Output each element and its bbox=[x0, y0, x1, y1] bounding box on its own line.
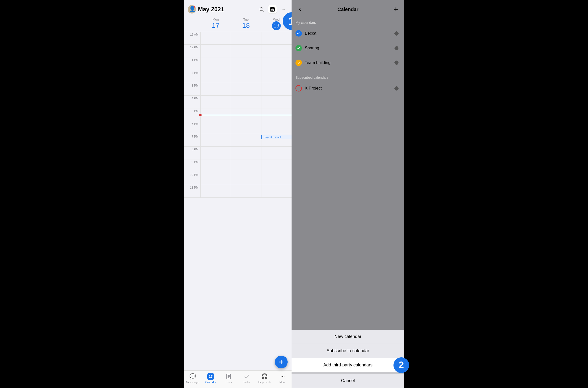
calendar-item-xproject[interactable]: X Project bbox=[292, 81, 404, 96]
add-icon bbox=[393, 6, 399, 13]
docs-icon bbox=[225, 373, 232, 380]
xproject-settings-button[interactable] bbox=[392, 84, 400, 92]
add-thirdparty-action[interactable]: Add third-party calendars 2 bbox=[292, 358, 404, 372]
subscribed-calendars-section: Subscribed calendars X Project bbox=[292, 72, 404, 97]
team-building-settings-button[interactable] bbox=[392, 59, 400, 67]
check-icon bbox=[297, 46, 301, 50]
tab-messenger[interactable]: 💬 Messenger bbox=[184, 373, 201, 384]
tab-helpdesk[interactable]: 🎧 Help Desk bbox=[256, 373, 273, 384]
my-calendars-header: My calendars bbox=[292, 19, 404, 26]
calendar-icon: 17 bbox=[207, 373, 214, 380]
notification-badge bbox=[194, 5, 196, 8]
new-calendar-action[interactable]: New calendar bbox=[292, 330, 404, 344]
calendar-item-team-building[interactable]: Team building bbox=[292, 55, 404, 70]
bottom-tab-bar: 💬 Messenger 17 Calendar Docs bbox=[184, 370, 292, 388]
time-row-6pm: 6 PM bbox=[184, 121, 292, 134]
calendar-view: May 2021 bbox=[184, 0, 292, 388]
day-col-mon: Mon 17 bbox=[200, 16, 231, 32]
day-headers: Mon 17 Tue 18 Wed 19 bbox=[184, 16, 292, 32]
gear-icon bbox=[394, 86, 399, 91]
back-button[interactable] bbox=[295, 5, 304, 14]
time-row-8pm: 8 PM bbox=[184, 147, 292, 159]
time-row-2pm: 2 PM bbox=[184, 70, 292, 83]
more-tab-icon: ··· bbox=[279, 373, 286, 380]
subscribed-calendars-header: Subscribed calendars bbox=[292, 74, 404, 81]
action-sheet-container: New calendar Subscribe to calendar Add t… bbox=[292, 330, 404, 388]
svg-point-0 bbox=[260, 8, 263, 11]
xproject-check bbox=[295, 85, 302, 92]
time-row-5pm: 5 PM bbox=[184, 108, 292, 121]
more-icon: ··· bbox=[282, 7, 285, 12]
day-col-tue: Tue 18 bbox=[231, 16, 261, 32]
subscribe-calendar-action[interactable]: Subscribe to calendar bbox=[292, 344, 404, 358]
plus-icon bbox=[278, 359, 285, 365]
tab-tasks[interactable]: Tasks bbox=[238, 373, 255, 384]
my-calendars-section: My calendars Becca Shar bbox=[292, 17, 404, 72]
create-event-fab[interactable] bbox=[275, 356, 288, 368]
gear-icon bbox=[394, 46, 399, 50]
becca-check bbox=[295, 30, 302, 37]
tasks-icon bbox=[243, 373, 250, 380]
time-row-1pm: 1 PM bbox=[184, 57, 292, 70]
time-row-11am: 11 AM bbox=[184, 32, 292, 45]
tab-calendar[interactable]: 17 Calendar bbox=[202, 373, 219, 384]
step-2-badge: 2 bbox=[393, 357, 409, 373]
time-row-9pm: 9 PM bbox=[184, 159, 292, 172]
more-options-button[interactable]: ··· bbox=[279, 5, 288, 14]
time-row-12pm: 12 PM bbox=[184, 45, 292, 57]
add-calendar-button[interactable] bbox=[392, 5, 400, 14]
sharing-check bbox=[295, 45, 302, 51]
time-row-4pm: 4 PM bbox=[184, 96, 292, 108]
calendar-view-icon bbox=[270, 7, 275, 12]
team-building-check bbox=[295, 60, 302, 66]
time-row-10pm: 10 PM bbox=[184, 172, 292, 185]
search-icon bbox=[259, 7, 264, 12]
right-header: Calendar bbox=[292, 0, 404, 17]
left-header: May 2021 bbox=[184, 0, 292, 16]
time-grid: 11 AM 12 PM 1 PM bbox=[184, 32, 292, 388]
check-icon bbox=[297, 61, 301, 65]
view-toggle-button[interactable] bbox=[268, 5, 277, 14]
time-row-7pm: 7 PM Project Kick-of bbox=[184, 134, 292, 147]
calendar-item-becca[interactable]: Becca bbox=[292, 26, 404, 41]
calendar-item-sharing[interactable]: Sharing bbox=[292, 41, 404, 55]
messenger-icon: 💬 bbox=[189, 373, 196, 380]
panel-title: Calendar bbox=[337, 7, 358, 12]
gear-icon bbox=[394, 60, 399, 65]
avatar[interactable] bbox=[188, 5, 196, 14]
tab-docs[interactable]: Docs bbox=[220, 373, 237, 384]
calendar-list-panel: Calendar My calendars Becca bbox=[292, 0, 404, 388]
svg-line-1 bbox=[263, 10, 264, 12]
event-chip[interactable]: Project Kick-of bbox=[261, 135, 292, 139]
back-icon bbox=[297, 7, 303, 12]
helpdesk-icon: 🎧 bbox=[261, 373, 268, 380]
search-button[interactable] bbox=[257, 5, 266, 14]
becca-settings-button[interactable] bbox=[392, 29, 400, 37]
check-icon bbox=[297, 31, 301, 35]
time-row-11pm: 11 PM bbox=[184, 185, 292, 198]
month-title: May 2021 bbox=[198, 6, 224, 13]
cancel-action[interactable]: Cancel bbox=[292, 372, 404, 388]
header-left: May 2021 bbox=[188, 5, 224, 14]
time-row-3pm: 3 PM bbox=[184, 83, 292, 96]
tab-more[interactable]: ··· More bbox=[274, 373, 291, 384]
sharing-settings-button[interactable] bbox=[392, 44, 400, 52]
gear-icon bbox=[394, 31, 399, 36]
header-right: ··· bbox=[257, 5, 288, 14]
current-time-indicator bbox=[200, 115, 292, 115]
